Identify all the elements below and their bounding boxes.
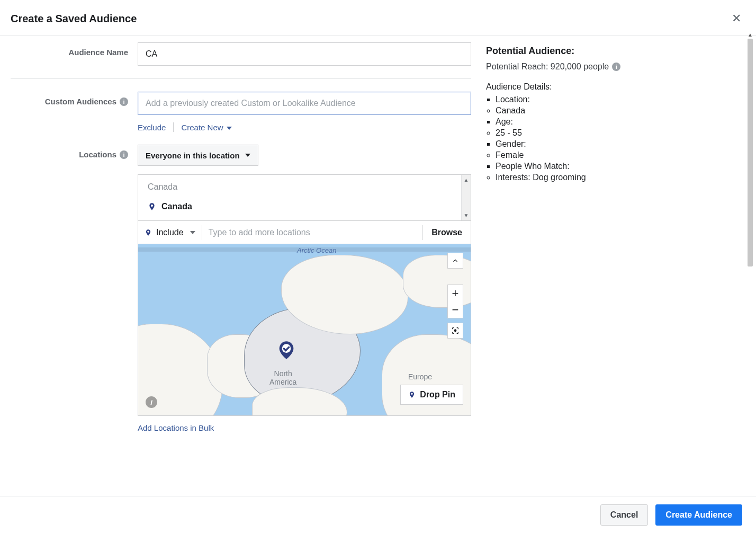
dialog-header: Create a Saved Audience ✕ <box>0 0 756 35</box>
dialog-body: ▲ Audience Name Custom Audiences i <box>0 32 756 496</box>
zoom-in-button[interactable]: + <box>452 285 459 301</box>
zoom-out-button[interactable]: − <box>452 301 459 318</box>
map-continent-label: North America <box>269 369 296 386</box>
audience-detail-item: Interests: Dog grooming <box>496 173 677 182</box>
map-continent-label: Europe <box>408 372 432 381</box>
scroll-thumb[interactable] <box>748 39 753 266</box>
create-audience-button[interactable]: Create Audience <box>655 504 742 526</box>
chevron-down-icon <box>190 231 195 234</box>
location-scope-dropdown[interactable]: Everyone in this location <box>138 145 258 166</box>
browse-button[interactable]: Browse <box>423 228 471 237</box>
audience-name-row: Audience Name <box>11 42 471 66</box>
potential-audience-title: Potential Audience: <box>486 46 677 57</box>
pin-icon <box>148 201 156 212</box>
add-location-input[interactable] <box>202 221 423 244</box>
exclude-link[interactable]: Exclude <box>138 123 166 132</box>
svg-point-2 <box>411 393 413 395</box>
locations-label: Locations <box>79 150 116 159</box>
locations-hint: Canada <box>148 182 461 192</box>
dialog-footer: Cancel Create Audience <box>0 496 756 533</box>
include-dropdown[interactable]: Include <box>138 228 202 237</box>
audience-details-list: Location:CanadaAge:25 - 55Gender:FemaleP… <box>486 95 677 182</box>
chevron-down-icon <box>227 127 232 130</box>
map-locate-button[interactable] <box>447 323 463 339</box>
map-zoom-control: + − <box>447 285 463 318</box>
potential-reach-text: Potential Reach: 920,000 people <box>486 62 609 72</box>
chevron-up-icon <box>452 257 459 264</box>
audience-detail-item: People Who Match: <box>496 162 677 171</box>
scroll-up-icon[interactable]: ▲ <box>464 177 469 183</box>
potential-audience-panel: Potential Audience: Potential Reach: 920… <box>486 42 677 445</box>
locations-tag-area: Canada Canada ▲ <box>138 175 471 220</box>
pin-icon <box>408 390 416 399</box>
cancel-button[interactable]: Cancel <box>600 504 648 526</box>
map-ocean-label: Arctic Ocean <box>297 246 336 254</box>
info-icon[interactable]: i <box>120 97 128 106</box>
close-icon[interactable]: ✕ <box>730 10 743 28</box>
map-collapse-button[interactable] <box>447 253 463 269</box>
custom-audiences-row: Custom Audiences i Exclude Create New <box>11 92 471 132</box>
chevron-down-icon <box>245 154 250 157</box>
audience-name-input[interactable] <box>138 42 471 66</box>
custom-audiences-input[interactable] <box>138 92 471 115</box>
audience-detail-item: 25 - 55 <box>496 128 677 138</box>
map-info-icon[interactable]: i <box>146 396 157 408</box>
drop-pin-button[interactable]: Drop Pin <box>400 385 463 405</box>
info-icon[interactable]: i <box>120 150 128 159</box>
location-chip-canada[interactable]: Canada <box>148 201 461 212</box>
include-row: Include Browse <box>138 220 471 244</box>
scroll-up-icon[interactable]: ▲ <box>748 32 753 38</box>
audience-name-label: Audience Name <box>11 42 138 57</box>
audience-detail-item: Location: <box>496 95 677 104</box>
audience-detail-item: Canada <box>496 106 677 116</box>
map-pin-icon[interactable] <box>276 337 297 363</box>
dialog-title: Create a Saved Audience <box>11 13 137 25</box>
separator <box>173 122 174 132</box>
locations-row: Locations i Everyone in this location Ca… <box>11 145 471 432</box>
audience-detail-item: Gender: <box>496 139 677 149</box>
info-icon[interactable]: i <box>612 63 620 71</box>
audience-details-heading: Audience Details: <box>486 82 677 92</box>
scrollbar[interactable]: ▲ <box>746 32 754 266</box>
audience-detail-item: Age: <box>496 117 677 127</box>
custom-audiences-label: Custom Audiences <box>45 97 116 106</box>
scroll-down-icon[interactable]: ▼ <box>464 212 469 218</box>
locations-box: Canada Canada ▲ <box>138 174 471 416</box>
svg-point-0 <box>147 230 149 233</box>
divider <box>11 78 471 79</box>
add-locations-bulk-link[interactable]: Add Locations in Bulk <box>138 423 471 432</box>
audience-detail-item: Female <box>496 150 677 160</box>
map[interactable]: Arctic Ocean North America Europe <box>138 244 471 415</box>
pin-icon <box>145 228 152 237</box>
locate-icon <box>451 326 460 335</box>
create-new-link[interactable]: Create New <box>181 123 231 132</box>
locations-scrollbar[interactable]: ▲ ▼ <box>461 175 471 220</box>
